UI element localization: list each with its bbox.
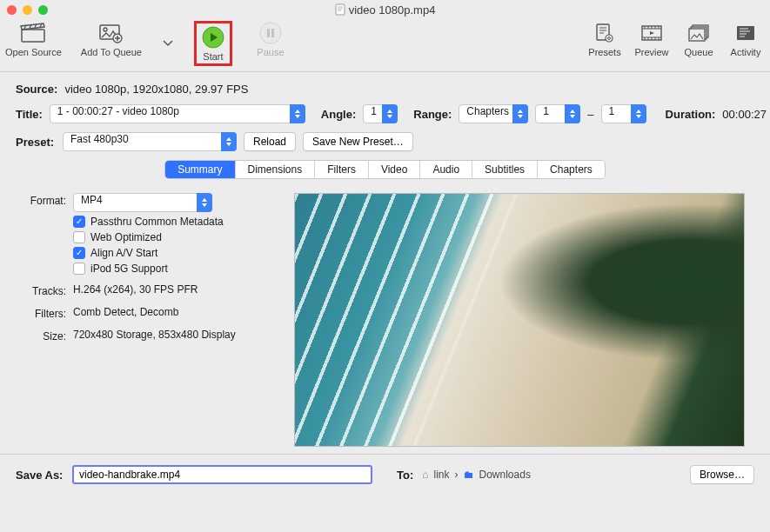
svg-rect-8	[271, 29, 274, 37]
tab-summary[interactable]: Summary	[165, 161, 235, 178]
range-dash: –	[587, 108, 593, 121]
close-window-button[interactable]	[7, 5, 17, 15]
play-icon	[202, 25, 224, 50]
save-as-input[interactable]	[72, 465, 372, 484]
filmstrip-play-icon	[640, 21, 663, 45]
open-source-button[interactable]: Open Source	[5, 21, 62, 66]
save-as-label: Save As:	[16, 469, 64, 482]
format-value: MP4	[73, 193, 212, 212]
queue-button[interactable]: Queue	[680, 21, 718, 57]
tracks-value: H.264 (x264), 30 FPS PFR	[73, 283, 198, 296]
tab-filters[interactable]: Filters	[315, 161, 369, 178]
preview-thumbnail	[294, 193, 745, 447]
align-av-check[interactable]: Align A/V Start	[73, 247, 270, 259]
picture-plus-icon	[98, 21, 124, 45]
filters-value: Comb Detect, Decomb	[73, 306, 178, 318]
titlebar: video 1080p.mp4	[0, 0, 770, 19]
window-title: video 1080p.mp4	[349, 3, 436, 17]
preview-label: Preview	[634, 47, 668, 57]
home-icon: ⌂	[422, 469, 428, 481]
presets-label: Presets	[588, 47, 620, 57]
pause-label: Pause	[257, 47, 284, 57]
start-label: Start	[203, 51, 223, 62]
save-new-preset-button[interactable]: Save New Preset…	[303, 132, 413, 151]
stacked-pictures-icon	[687, 21, 710, 45]
angle-value: 1	[363, 104, 398, 123]
title-label: Title:	[16, 108, 43, 121]
activity-label: Activity	[731, 47, 761, 57]
tab-dimensions[interactable]: Dimensions	[236, 161, 316, 178]
angle-label: Angle:	[321, 108, 356, 121]
preset-select[interactable]: Fast 480p30	[63, 132, 237, 151]
tabbar: Summary Dimensions Filters Video Audio S…	[164, 160, 606, 179]
start-button[interactable]: Start	[194, 21, 232, 66]
queue-label: Queue	[684, 47, 713, 57]
passthru-label: Passthru Common Metadata	[90, 216, 224, 228]
ipod-check[interactable]: iPod 5G Support	[73, 263, 270, 275]
folder-icon: 🖿	[464, 469, 474, 481]
range-label: Range:	[413, 108, 452, 121]
checkbox-icon	[73, 263, 85, 275]
checkbox-checked-icon	[73, 247, 85, 259]
web-optimized-check[interactable]: Web Optimized	[73, 231, 270, 243]
path-sep: ›	[455, 469, 459, 481]
range-to-select[interactable]: 1	[601, 104, 646, 123]
chevron-down-icon	[163, 31, 173, 56]
browse-button[interactable]: Browse…	[690, 465, 754, 484]
terminal-icon	[735, 21, 756, 45]
size-value: 720x480 Storage, 853x480 Display	[73, 329, 236, 341]
angle-select[interactable]: 1	[363, 104, 398, 123]
presets-button[interactable]: Presets	[586, 21, 624, 57]
svg-rect-7	[267, 29, 270, 37]
activity-button[interactable]: Activity	[726, 21, 765, 57]
path-downloads: Downloads	[479, 469, 531, 481]
toolbar: Open Source Add To Queue Start Pause	[0, 19, 770, 72]
add-to-queue-label: Add To Queue	[81, 47, 142, 57]
window-controls	[7, 5, 48, 15]
add-to-queue-button[interactable]: Add To Queue	[81, 21, 142, 66]
range-mode-value: Chapters	[459, 104, 528, 123]
title-select-value: 1 - 00:00:27 - video 1080p	[50, 104, 305, 123]
destination-path[interactable]: ⌂ link › 🖿 Downloads	[422, 469, 531, 481]
passthru-check[interactable]: Passthru Common Metadata	[73, 216, 270, 228]
open-source-label: Open Source	[5, 47, 62, 57]
pause-button: Pause	[251, 21, 290, 66]
range-from-select[interactable]: 1	[535, 104, 580, 123]
tab-audio[interactable]: Audio	[420, 161, 472, 178]
tab-subtitles[interactable]: Subtitles	[472, 161, 538, 178]
document-icon	[335, 3, 345, 16]
svg-point-3	[104, 28, 107, 31]
duration-label: Duration:	[666, 108, 716, 121]
size-label: Size:	[16, 329, 66, 342]
range-mode-select[interactable]: Chapters	[459, 104, 528, 123]
zoom-window-button[interactable]	[38, 5, 48, 15]
pause-icon	[259, 21, 282, 45]
tab-chapters[interactable]: Chapters	[538, 161, 605, 178]
av-label: Align A/V Start	[90, 247, 157, 259]
checkbox-icon	[73, 231, 85, 243]
minimize-window-button[interactable]	[23, 5, 32, 15]
duration-value: 00:00:27	[722, 108, 767, 121]
clapperboard-icon	[20, 21, 46, 45]
ipod-label: iPod 5G Support	[90, 263, 168, 275]
preset-label: Preset:	[16, 136, 56, 149]
path-link: link	[434, 469, 450, 481]
web-label: Web Optimized	[90, 231, 162, 243]
source-value: video 1080p, 1920x1080, 29.97 FPS	[64, 83, 248, 96]
svg-point-10	[606, 35, 613, 42]
tab-video[interactable]: Video	[369, 161, 420, 178]
format-label: Format:	[16, 193, 66, 207]
filters-label: Filters:	[16, 306, 66, 320]
to-label: To:	[397, 469, 413, 482]
range-to-value: 1	[601, 104, 646, 123]
checkbox-checked-icon	[73, 216, 85, 228]
document-gear-icon	[594, 21, 615, 45]
reload-button[interactable]: Reload	[244, 132, 296, 151]
svg-rect-1	[22, 30, 44, 42]
preset-value: Fast 480p30	[63, 132, 237, 151]
format-select[interactable]: MP4	[73, 193, 212, 212]
range-from-value: 1	[535, 104, 580, 123]
preview-button[interactable]: Preview	[633, 21, 671, 57]
title-select[interactable]: 1 - 00:00:27 - video 1080p	[50, 104, 305, 123]
add-to-queue-menu-button[interactable]	[161, 21, 175, 66]
